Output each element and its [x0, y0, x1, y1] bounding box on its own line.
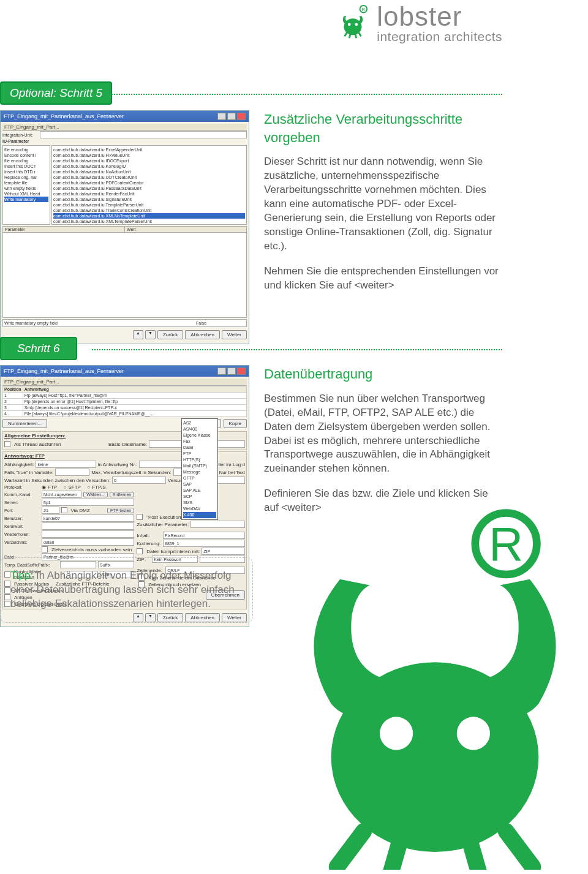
protocol-ftp-radio[interactable]: ◉ — [42, 484, 46, 490]
zip-select[interactable]: ZIP — [202, 548, 245, 555]
window-controls — [217, 367, 246, 375]
param-table[interactable]: Parameter Wert — [2, 226, 247, 318]
copy-button[interactable]: Kopie — [224, 419, 247, 428]
screenshot-step5: FTP_Eingang_mit_Partnerkanal_aus_Fernser… — [0, 110, 249, 344]
step5-p2: Nehmen Sie die entsprechenden Einstellun… — [264, 265, 502, 293]
tipp-text: In Abhängigkeit von Erfolg oder Misserfo… — [10, 570, 235, 609]
protocol-sftp-radio[interactable]: ○ — [64, 484, 67, 490]
select-channel-button[interactable]: Wählen... — [83, 492, 108, 497]
step6-badge: Schritt 6 — [0, 337, 77, 360]
param-left-list[interactable]: file encodingEncode content ifile encodi… — [2, 145, 50, 225]
integration-label: Integration-Unit: — [2, 133, 38, 137]
svg-point-4 — [355, 23, 358, 26]
directory-input[interactable]: daten — [42, 538, 134, 546]
step5-section: FTP_Eingang_mit_Partnerkanal_aus_Fernser… — [0, 110, 502, 344]
wait-input[interactable]: 0 — [112, 477, 166, 484]
svg-point-3 — [348, 23, 351, 26]
dependency-select[interactable]: keine — [36, 461, 96, 468]
cancel-button[interactable]: Abbrechen — [185, 330, 220, 339]
protocol-ftps-radio[interactable]: ○ — [87, 484, 90, 490]
svg-point-8 — [380, 717, 413, 750]
iu-param-label: IU-Parameter — [2, 139, 38, 143]
port-input[interactable]: 21 — [42, 507, 59, 514]
step6-p1: Bestimmen Sie nun über welchen Transport… — [264, 392, 502, 477]
postexec-checkbox[interactable] — [137, 514, 143, 520]
password-repeat-input[interactable] — [42, 530, 134, 538]
step5-badge: Optional: Schritt 5 — [0, 81, 112, 105]
brand-tagline: integration architects — [377, 30, 502, 43]
nav-down-button[interactable]: ▼ — [145, 330, 156, 339]
svg-text:R: R — [362, 6, 366, 12]
divider — [109, 94, 502, 95]
routes-table[interactable]: PositionAntwortweg 1Ftp [always] Host=ft… — [2, 386, 247, 417]
step5-title: Zusätzliche Verarbeitungsschritte vorgeb… — [264, 110, 502, 146]
password-input[interactable] — [42, 522, 134, 530]
next-button[interactable]: Weiter — [222, 330, 247, 339]
svg-text:R: R — [489, 518, 523, 570]
lobster-watermark-icon: R — [263, 502, 588, 870]
content-select[interactable]: FixRecord — [163, 532, 245, 539]
lobster-icon: R — [335, 4, 371, 43]
step6-title: Datenübertragung — [264, 365, 502, 383]
integration-combo[interactable] — [40, 131, 247, 138]
window-controls — [217, 113, 246, 120]
window-title: FTP_Eingang_mit_Partnerkanal_aus_Fernser… — [4, 368, 124, 374]
svg-point-9 — [457, 717, 490, 750]
thread-checkbox[interactable] — [4, 441, 10, 447]
channel-input[interactable]: Nicht zugewiesen — [42, 491, 81, 498]
brand-name: lobster — [377, 3, 502, 30]
dir-must-exist-checkbox[interactable] — [42, 546, 48, 552]
ftp-test-button[interactable]: FTP testen — [107, 508, 134, 513]
iu-dropdown-list[interactable]: com.ebd.hub.datawizard.iu.ExcelAppenderU… — [51, 145, 247, 225]
nav-up-button[interactable]: ▲ — [133, 330, 143, 339]
var-input[interactable] — [55, 469, 89, 476]
extra-param-input[interactable] — [190, 521, 245, 528]
remove-channel-button[interactable]: Entfernen — [110, 492, 134, 497]
tipp-label: Tipp: — [10, 570, 33, 581]
window-title: FTP_Eingang_mit_Partnerkanal_aus_Fernser… — [4, 113, 124, 119]
divider — [92, 349, 502, 350]
brand-logo: R lobster integration architects — [335, 3, 502, 43]
encoding-select[interactable]: 8859_1 — [163, 540, 245, 547]
footer-msg: Write mandatory empty field — [4, 321, 194, 325]
window-subtitle: FTP_Eingang_mit_Part... — [2, 379, 247, 386]
window-subtitle: FTP_Eingang_mit_Part... — [2, 124, 247, 131]
user-input[interactable]: kunde07 — [42, 514, 134, 522]
back-button[interactable]: Zurück — [157, 330, 183, 339]
server-input[interactable]: ftp1 — [42, 499, 134, 506]
tipp-box: Tipp: In Abhängigkeit von Erfolg oder Mi… — [0, 557, 253, 623]
compress-checkbox[interactable] — [137, 548, 143, 554]
step5-p1: Dieser Schritt ist nur dann notwendig, w… — [264, 155, 502, 254]
dmz-checkbox[interactable] — [61, 507, 67, 513]
renumber-button[interactable]: Nummerieren... — [2, 419, 47, 428]
transport-popup[interactable]: AS2AS/400Eigene KlasseFaxDateiFTPHTTP(S)… — [181, 418, 218, 520]
footer-val: False — [196, 321, 245, 325]
